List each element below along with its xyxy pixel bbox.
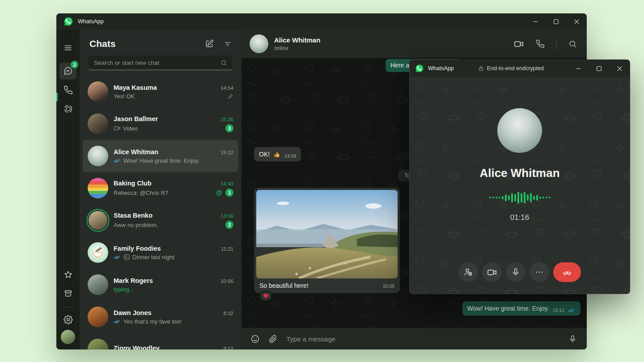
starred-messages-button[interactable]: [59, 266, 76, 283]
chat-bubble-icon: [63, 66, 73, 76]
chat-list-item-family-foodies[interactable]: Family Foodies11:21 Dinner last night: [83, 236, 238, 269]
photo-caption: So beautiful here!: [259, 282, 309, 289]
person-add-icon: [463, 267, 473, 277]
attach-button[interactable]: [269, 335, 277, 343]
message-text: Wow! Have great time. Enjoy.: [467, 304, 549, 312]
heart-reaction[interactable]: [259, 291, 272, 301]
emoji-button[interactable]: [250, 334, 260, 344]
my-profile-avatar[interactable]: [61, 330, 75, 344]
avatar: [88, 307, 108, 327]
rail-divider: [62, 307, 74, 307]
typing-indicator: typing...: [114, 286, 233, 293]
navigation-rail: 3: [56, 29, 80, 349]
avatar: [88, 274, 108, 295]
more-options-button[interactable]: [530, 262, 549, 282]
compose-icon: [205, 39, 214, 48]
unread-badge: 1: [225, 189, 233, 197]
toggle-video-button[interactable]: [482, 262, 502, 282]
toggle-mute-button[interactable]: [506, 262, 525, 282]
photo-thumbnail[interactable]: [256, 190, 398, 278]
read-ticks-icon: [114, 255, 121, 260]
chat-preview: Yes! OK: [114, 93, 224, 100]
video-camera-icon: [487, 267, 497, 278]
chat-time: 15:26: [220, 117, 233, 122]
settings-button[interactable]: [59, 311, 76, 328]
chat-list-item-dawn[interactable]: Dawn Jones8:32 Yes that's my fave too!: [83, 301, 238, 333]
conversation-header[interactable]: Alice Whitman online: [242, 29, 587, 58]
chat-list-panel: Chats Maya Kasuma14:54 Yes! OK: [80, 29, 242, 349]
avatar: [88, 242, 108, 263]
call-body: Alice Whitman 01:16: [410, 77, 630, 294]
add-participant-button[interactable]: [458, 262, 478, 282]
chat-time: 9:12: [224, 346, 233, 349]
archived-chats-button[interactable]: [59, 285, 76, 302]
close-button[interactable]: [609, 60, 630, 77]
chat-name: Stasa Benko: [114, 212, 153, 219]
chat-time: 10:56: [220, 278, 233, 284]
voice-message-button[interactable]: [568, 335, 577, 343]
chat-list-item-maya[interactable]: Maya Kasuma14:54 Yes! OK: [83, 76, 238, 108]
incoming-message-ok[interactable]: OK! 14:04: [254, 147, 301, 161]
encryption-text: End-to-end endcrypted: [487, 65, 544, 72]
call-duration: 01:16: [510, 213, 530, 222]
emoji-icon: [250, 334, 260, 344]
phone-icon: [64, 85, 73, 95]
incoming-photo-message[interactable]: So beautiful here! 15:06: [254, 188, 400, 293]
close-button[interactable]: [566, 13, 587, 29]
end-call-button[interactable]: [553, 262, 581, 282]
message-text: OK!: [259, 150, 270, 158]
end-call-icon: [562, 267, 572, 278]
ellipsis-icon: [535, 268, 544, 277]
message-time: 15:06: [383, 283, 394, 289]
chat-list-item-jason[interactable]: Jason Ballmer15:26 Video 3: [83, 108, 238, 140]
maximize-button[interactable]: [546, 13, 566, 29]
pinned-icon: [227, 93, 233, 100]
voice-call-button[interactable]: [536, 39, 545, 48]
chat-time: 14:43: [220, 181, 233, 186]
avatar: [88, 146, 108, 166]
nav-chats-button[interactable]: 3: [59, 63, 76, 80]
main-titlebar: WhatsApp: [56, 13, 587, 29]
chat-list-item-mark[interactable]: Mark Rogers10:56 typing...: [83, 269, 238, 301]
chat-list: Maya Kasuma14:54 Yes! OK Jason Ballmer15…: [80, 75, 242, 349]
archive-icon: [64, 289, 73, 298]
search-in-chat-button[interactable]: [568, 40, 577, 48]
minimize-button[interactable]: [568, 60, 589, 77]
maximize-button[interactable]: [589, 60, 609, 77]
chat-time: 8:32: [224, 311, 233, 316]
chat-name: Jason Ballmer: [114, 115, 158, 122]
app-title: WhatsApp: [428, 65, 454, 72]
unread-badge: 3: [225, 124, 233, 132]
search-input[interactable]: [94, 59, 220, 66]
chat-name: Mark Rogers: [114, 277, 153, 284]
chat-preview: Dinner last night: [132, 254, 174, 261]
microphone-icon: [568, 335, 577, 343]
filter-chats-button[interactable]: [224, 39, 232, 48]
contact-name: Alice Whitman: [274, 36, 320, 44]
call-controls: [410, 262, 630, 282]
nav-status-button[interactable]: [59, 100, 76, 117]
chats-title: Chats: [89, 38, 115, 49]
message-input[interactable]: [286, 335, 559, 343]
avatar: [88, 339, 108, 349]
video-call-button[interactable]: [514, 39, 524, 49]
chat-list-item-alice[interactable]: Alice Whitman15:12 Wow! Have great time.…: [83, 140, 238, 172]
menu-button[interactable]: [59, 39, 76, 56]
chat-list-item-baking-club[interactable]: Baking Club14:43 Rebecca: @Chris R? @1: [83, 172, 238, 204]
contact-status: online: [274, 45, 320, 51]
voice-waveform: [489, 191, 551, 204]
paperclip-icon: [269, 335, 277, 343]
chats-unread-badge: 3: [71, 61, 78, 68]
nav-calls-button[interactable]: [59, 81, 76, 98]
chat-list-item-stasa[interactable]: Stasa Benko13:56 Aww no problem. 2: [83, 204, 238, 236]
video-camera-icon: [514, 39, 524, 49]
video-call-icon: [114, 125, 121, 132]
chat-list-item-ziggy[interactable]: Ziggy Woodley9:12: [83, 333, 238, 349]
minimize-button[interactable]: [525, 13, 546, 29]
chat-time: 15:12: [220, 150, 233, 155]
contact-avatar[interactable]: [250, 34, 268, 53]
outgoing-message-wow[interactable]: Wow! Have great time. Enjoy. 15:12: [462, 301, 580, 316]
phone-icon: [536, 39, 545, 48]
chat-name: Dawn Jones: [114, 309, 152, 316]
new-chat-button[interactable]: [205, 39, 214, 48]
